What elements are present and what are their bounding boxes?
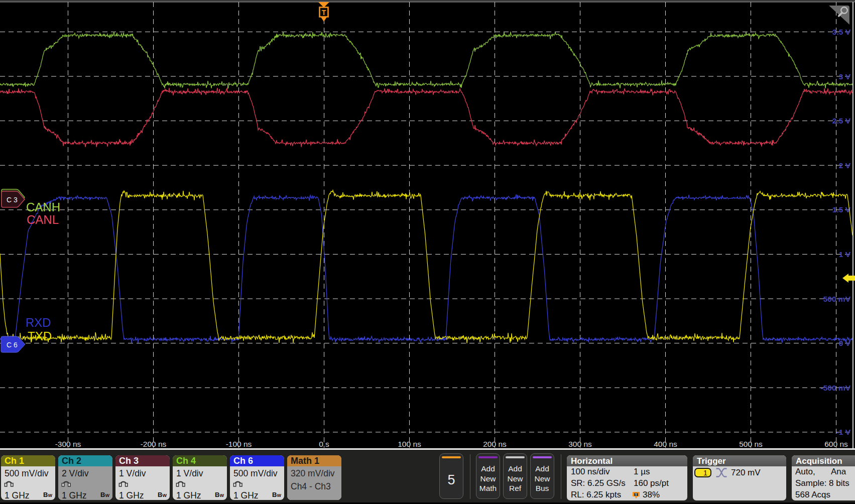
svg-text:3.5 V: 3.5 V	[832, 28, 851, 36]
svg-text:0 s: 0 s	[319, 440, 329, 448]
svg-text:-1 V: -1 V	[836, 428, 851, 436]
svg-text:C 6: C 6	[7, 341, 18, 349]
svg-text:100 ns: 100 ns	[398, 440, 421, 448]
svg-text:300 ns: 300 ns	[568, 440, 592, 448]
svg-text:600 ns: 600 ns	[824, 440, 848, 448]
svg-text:500 ns: 500 ns	[739, 440, 763, 448]
svg-text:-300 ns: -300 ns	[55, 440, 81, 448]
svg-text:RXD: RXD	[26, 316, 51, 329]
svg-text:1.5 V: 1.5 V	[832, 205, 851, 214]
svg-text:2 V: 2 V	[839, 161, 851, 170]
svg-text:1 V: 1 V	[839, 250, 851, 259]
svg-text:2.5 V: 2.5 V	[832, 116, 851, 125]
svg-text:T: T	[635, 493, 638, 496]
svg-text:CANL: CANL	[27, 213, 59, 226]
svg-text:200 ns: 200 ns	[483, 440, 507, 448]
svg-text:-200 ns: -200 ns	[141, 440, 167, 448]
svg-text:3 V: 3 V	[839, 72, 851, 81]
svg-text:CANH: CANH	[26, 200, 60, 214]
svg-text:500 mV: 500 mV	[823, 295, 851, 303]
svg-text:TXD: TXD	[28, 329, 52, 343]
svg-text:-500 mV: -500 mV	[821, 384, 851, 392]
svg-text:C 3: C 3	[7, 196, 18, 204]
svg-text:T: T	[322, 9, 326, 17]
svg-text:-100 ns: -100 ns	[226, 440, 252, 448]
svg-text:400 ns: 400 ns	[654, 440, 677, 448]
